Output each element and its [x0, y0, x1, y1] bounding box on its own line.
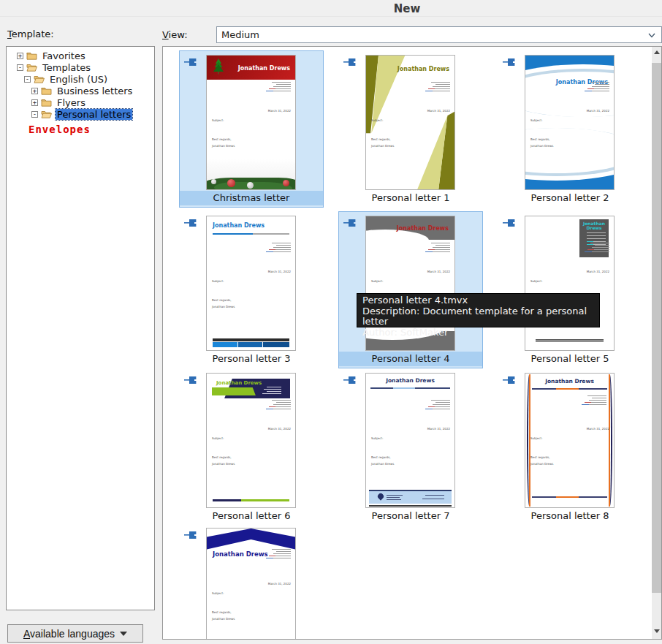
template-grid-panel: Jonathan Drews March 31, 2022 Subject: B…: [162, 46, 662, 640]
scroll-down-icon[interactable]: [652, 626, 661, 637]
letter-address-block: [266, 243, 291, 252]
template-label: Personal letter 7: [339, 509, 482, 523]
expand-plus-icon[interactable]: +: [31, 99, 38, 106]
favorite-pin-icon[interactable]: [184, 58, 197, 67]
letter-subject: Subject:: [212, 591, 224, 595]
template-tile-personal-letter-6[interactable]: Jonathan Drews March 31, 2022 Subject: B…: [180, 369, 323, 525]
template-tile-personal-letter-5[interactable]: Jonathan Drews March 31, 2022 Subject: B…: [498, 212, 642, 368]
scroll-up-icon[interactable]: [652, 47, 661, 58]
letter-date: March 31, 2022: [587, 109, 609, 113]
tree-item-templates[interactable]: - Templates: [7, 61, 154, 73]
favorite-pin-icon[interactable]: [343, 219, 356, 227]
letter-signature: Jonathan Drews: [212, 617, 235, 621]
letter-signature: Jonathan Drews: [212, 144, 235, 148]
folder-closed-icon: [41, 86, 52, 95]
favorite-pin-icon[interactable]: [184, 531, 197, 539]
tooltip-description: Description: Document template for a per…: [362, 306, 594, 327]
template-tile-personal-letter-4[interactable]: Jonathan Drews March 31, 2022 Subject: B…: [339, 212, 482, 368]
collapse-minus-icon[interactable]: -: [31, 111, 38, 118]
favorite-pin-icon[interactable]: [503, 219, 515, 227]
chevron-down-icon: [648, 31, 655, 39]
favorite-pin-icon[interactable]: [503, 376, 515, 384]
folder-open-icon: [34, 75, 45, 83]
template-tile-personal-letter-8[interactable]: Jonathan Drews March 31, 2022 Subject: B…: [498, 369, 642, 525]
letter-date: March 31, 2022: [427, 109, 450, 113]
collapse-minus-icon[interactable]: -: [24, 76, 31, 83]
folder-closed-icon: [26, 51, 37, 60]
letter-address-block: [266, 400, 291, 409]
template-tile-personal-letter-7[interactable]: Jonathan Drews March 31, 2022 Subject: B…: [339, 369, 482, 525]
letter-date: March 31, 2022: [427, 427, 450, 431]
letter-address-block: [582, 395, 606, 405]
letter-regards: Best regards,: [212, 610, 232, 614]
dropdown-arrow-icon: [120, 632, 127, 636]
tree-label-selected: Personal letters: [56, 109, 132, 120]
letter-date: March 31, 2022: [268, 109, 291, 113]
letter-regards: Best regards,: [530, 137, 550, 141]
letter-address-block: [266, 549, 291, 558]
template-label: Personal letter 1: [339, 191, 482, 205]
template-thumbnail: Jonathan Drews March 31, 2022 Subject: B…: [525, 55, 615, 190]
folder-open-icon: [26, 63, 37, 72]
favorite-pin-icon[interactable]: [184, 376, 197, 384]
view-dropdown-value: Medium: [221, 29, 259, 40]
template-thumbnail: Jonathan Drews March 31, 2022 Subject: B…: [206, 373, 296, 508]
tree-item-favorites[interactable]: + Favorites: [7, 50, 154, 61]
tooltip-author: Author: SoftMaker: [362, 327, 594, 338]
letter-signature: Jonathan Drews: [212, 305, 235, 308]
folder-open-icon: [41, 110, 52, 118]
template-label: Christmas letter: [180, 191, 323, 205]
dialog-title: New: [394, 2, 421, 15]
letter-address-block: [425, 82, 450, 91]
tree-item-business-letters[interactable]: + Business letters: [7, 85, 154, 96]
tree-label: Flyers: [56, 97, 87, 108]
scrollbar-thumb[interactable]: [652, 63, 661, 593]
letter-subject: Subject:: [530, 279, 542, 283]
template-tile-personal-letter-1[interactable]: Jonathan Drews March 31, 2022 Subject: B…: [339, 51, 482, 207]
template-tile-personal-letter-3[interactable]: Jonathan Drews March 31, 2022 Subject: B…: [180, 212, 323, 368]
template-thumbnail: Jonathan Drews March 31, 2022 Subject: B…: [525, 373, 615, 508]
favorite-pin-icon[interactable]: [343, 58, 356, 67]
template-field-label: Template:: [7, 29, 54, 39]
letter-address-block: [425, 400, 450, 409]
tree-label: Business letters: [56, 86, 134, 96]
collapse-minus-icon[interactable]: -: [17, 64, 23, 71]
location-pin-icon: [376, 492, 384, 500]
tree-item-english-us[interactable]: - English (US): [7, 73, 154, 85]
letter-signature: Jonathan Drews: [530, 462, 553, 466]
letter-subject: Subject:: [212, 436, 224, 440]
available-languages-button[interactable]: Available languages: [7, 624, 143, 643]
template-label: Personal letter 4: [339, 352, 482, 366]
template-tile-partial[interactable]: Jonathan Drews March 31, 2022 Subject: B…: [180, 524, 323, 640]
favorite-pin-icon[interactable]: [184, 219, 197, 227]
favorite-pin-icon[interactable]: [343, 376, 356, 384]
tree-item-envelopes[interactable]: Envelopes: [28, 124, 91, 135]
tooltip-filename: Personal letter 4.tmvx: [362, 295, 594, 306]
template-tree-panel: + Favorites - Templates - English (US): [6, 46, 155, 610]
tree-item-personal-letters[interactable]: - Personal letters: [7, 108, 154, 120]
vertical-scrollbar[interactable]: [652, 47, 661, 639]
view-field-label: View:: [162, 29, 188, 40]
template-tile-christmas-letter[interactable]: Jonathan Drews March 31, 2022 Subject: B…: [180, 51, 323, 207]
letter-signature: Jonathan Drews: [212, 462, 235, 466]
letter-date: March 31, 2022: [268, 270, 291, 273]
tree-item-flyers[interactable]: + Flyers: [7, 96, 154, 108]
letter-subject: Subject:: [371, 279, 383, 283]
view-dropdown[interactable]: Medium: [216, 26, 662, 43]
expand-plus-icon[interactable]: +: [17, 53, 23, 59]
letter-date: March 31, 2022: [427, 270, 450, 273]
letter-subject: Subject:: [530, 118, 542, 122]
letter-subject: Subject:: [212, 279, 224, 283]
expand-plus-icon[interactable]: +: [31, 88, 38, 94]
template-tooltip: Personal letter 4.tmvx Description: Docu…: [357, 293, 600, 327]
template-thumbnail: Jonathan Drews March 31, 2022 Subject: B…: [206, 55, 296, 190]
letter-date: March 31, 2022: [268, 582, 291, 586]
letter-date: March 31, 2022: [587, 270, 609, 273]
template-thumbnail: Jonathan Drews March 31, 2022 Subject: B…: [206, 216, 296, 351]
favorite-pin-icon[interactable]: [503, 58, 515, 67]
letter-regards: Best regards,: [530, 455, 550, 459]
letter-regards: Best regards,: [371, 137, 391, 141]
template-tile-personal-letter-2[interactable]: Jonathan Drews March 31, 2022 Subject: B…: [498, 51, 642, 207]
letter-address-block: [585, 82, 609, 91]
template-label: Personal letter 3: [180, 352, 323, 366]
